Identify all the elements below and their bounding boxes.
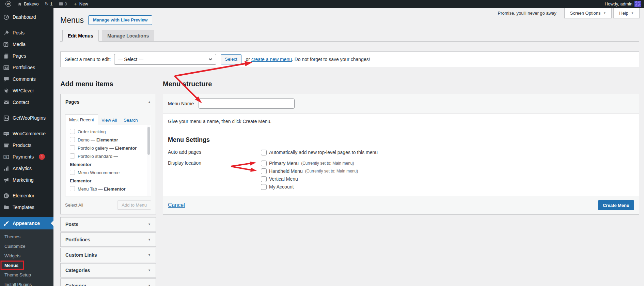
menu-name-input[interactable] [199, 99, 295, 109]
page-checkbox-item[interactable]: Menu Woocommerce — Elementor [65, 169, 151, 185]
sidebar-item-posts[interactable]: Posts [0, 27, 53, 39]
svg-text:WOO: WOO [4, 133, 8, 134]
menu-select-dropdown[interactable]: — Select — [114, 54, 216, 65]
location-handheld-menu[interactable]: Handheld Menu (Currently set to: Main me… [261, 167, 634, 175]
cancel-link[interactable]: Cancel [168, 202, 185, 208]
select-menu-label: Select a menu to edit: [65, 57, 111, 62]
sidebar-item-payments[interactable]: $ Payments 1 [0, 151, 53, 163]
create-menu-button[interactable]: Create Menu [598, 200, 634, 210]
checkbox-icon[interactable] [261, 168, 267, 174]
portfolioes-metabox-header[interactable]: Portfolioes ▼ [61, 233, 156, 246]
pages-icon [3, 52, 10, 59]
page-checkbox-item[interactable]: Portfolio standard — Elementor [65, 152, 151, 169]
sidebar-item-dashboard[interactable]: Dashboard [0, 11, 53, 23]
site-name: Bakevo [24, 1, 38, 6]
checkbox-icon[interactable] [70, 129, 75, 134]
create-menu-hint: or create a new menu. Do not forget to s… [246, 57, 370, 62]
sidebar-item-elementor[interactable]: Elementor [0, 190, 53, 201]
pages-metabox: Pages ▲ Most Recent View All Search Orde… [60, 94, 156, 214]
select-button[interactable]: Select [221, 54, 241, 64]
wp-logo-menu[interactable]: W [2, 0, 14, 8]
sidebar-item-wpclever[interactable]: WPClever [0, 85, 53, 96]
svg-text:$: $ [5, 155, 7, 159]
tab-manage-locations[interactable]: Manage Locations [102, 30, 154, 41]
comments-link[interactable]: 0 [56, 0, 70, 8]
menu-structure-footer: Cancel Create Menu [163, 196, 639, 214]
tab-most-recent[interactable]: Most Recent [65, 115, 98, 125]
sidebar-item-media[interactable]: Media [0, 39, 53, 50]
page-checkbox-item[interactable]: Menu Tab — Elementor [65, 185, 151, 193]
submenu-item-menus[interactable]: Menus [0, 261, 53, 270]
page-checkbox-item[interactable]: Portfolio gallery — Elementor [65, 144, 151, 152]
comments-count: 0 [65, 1, 67, 6]
tab-search[interactable]: Search [120, 115, 141, 125]
checkbox-icon[interactable] [70, 170, 75, 175]
pages-metabox-header[interactable]: Pages ▲ [61, 94, 156, 110]
categories-metabox-header[interactable]: Categories ▼ [61, 264, 156, 277]
submenu-item-widgets[interactable]: Widgets [0, 251, 53, 261]
chevron-down-icon: ▼ [148, 238, 151, 241]
checkbox-icon[interactable] [70, 186, 75, 191]
help-button[interactable]: Help ▼ [613, 8, 640, 18]
checkbox-icon[interactable] [261, 184, 267, 190]
sidebar-item-contact[interactable]: Contact [0, 96, 53, 108]
create-new-menu-link[interactable]: create a new menu [251, 57, 292, 62]
media-icon [3, 41, 10, 48]
checkbox-icon[interactable] [70, 153, 75, 159]
sidebar-item-woocommerce[interactable]: WOO WooCommerce [0, 128, 53, 139]
sidebar-separator [0, 23, 53, 27]
payments-count-badge: 1 [39, 154, 45, 160]
chevron-up-icon: ▲ [148, 100, 151, 104]
sidebar-item-marketing[interactable]: Marketing [0, 174, 53, 186]
checkbox-icon[interactable] [70, 137, 75, 142]
pushpin-icon [3, 29, 10, 36]
select-all-link[interactable]: Select All [65, 202, 83, 208]
sidebar-separator [0, 213, 53, 217]
custom-links-metabox-header[interactable]: Custom Links ▼ [61, 248, 156, 262]
sidebar-item-appearance[interactable]: Appearance [0, 217, 53, 229]
comment-bubble-icon [3, 76, 10, 82]
sidebar-item-products[interactable]: Products [0, 139, 53, 151]
location-my-account[interactable]: My Account [261, 183, 634, 191]
menu-select-panel: Select a menu to edit: — Select — Select… [60, 51, 639, 67]
add-menu-items-heading: Add menu items [60, 79, 156, 88]
location-primary-menu[interactable]: Primary Menu (Currently set to: Main men… [261, 160, 634, 167]
screen-options-button[interactable]: Screen Options ▼ [564, 8, 612, 18]
submenu-item-themes[interactable]: Themes [0, 232, 53, 242]
sidebar-item-portfolioes[interactable]: Portfolioes [0, 62, 53, 73]
checkbox-icon[interactable] [261, 176, 267, 182]
tab-edit-menus[interactable]: Edit Menus [62, 30, 99, 42]
sidebar-item-analytics[interactable]: Analytics [0, 163, 53, 174]
home-icon [17, 2, 22, 6]
menu-structure-column: Menu structure Menu Name Give your menu … [163, 79, 639, 215]
location-vertical-menu[interactable]: Vertical Menu [261, 175, 634, 183]
howdy-account-link[interactable]: Howdy, admin [605, 1, 632, 6]
add-to-menu-button[interactable]: Add to Menu [117, 200, 151, 210]
page-checkbox-item[interactable]: Order tracking [65, 128, 151, 136]
checkbox-icon[interactable] [261, 161, 267, 166]
checkbox-icon[interactable] [261, 150, 267, 155]
page-checkbox-item[interactable]: Demo — Elementor [65, 136, 151, 144]
auto-add-pages-option[interactable]: Automatically add new top-level pages to… [261, 149, 634, 156]
submenu-item-theme-setup[interactable]: Theme Setup [0, 270, 53, 280]
sidebar-item-getwooplugins[interactable]: GetWooPlugins [0, 112, 53, 124]
tab-view-all[interactable]: View All [98, 115, 120, 125]
menu-structure-heading: Menu structure [163, 79, 639, 88]
updates-icon: ↻ [45, 1, 48, 6]
sidebar-item-templates[interactable]: Templates [0, 201, 53, 213]
site-name-link[interactable]: Bakevo [14, 0, 42, 8]
menu-help-text: Give your menu a name, then click Create… [168, 118, 634, 124]
submenu-item-install-plugins[interactable]: Install Plugins [0, 280, 53, 286]
sidebar-item-pages[interactable]: Pages [0, 50, 53, 62]
updates-link[interactable]: ↻ 1 [42, 0, 56, 8]
category-metabox-header[interactable]: Category ▼ [61, 279, 156, 286]
sidebar-item-comments[interactable]: Comments [0, 73, 53, 85]
scrollbar-track[interactable] [147, 125, 151, 196]
menu-structure-body: Give your menu a name, then click Create… [163, 114, 639, 196]
scrollbar-thumb[interactable] [147, 127, 150, 155]
manage-live-preview-button[interactable]: Manage with Live Preview [88, 15, 152, 25]
checkbox-icon[interactable] [70, 145, 75, 150]
posts-metabox-header[interactable]: Posts ▼ [61, 217, 156, 231]
new-content-link[interactable]: ＋ New [70, 0, 91, 8]
submenu-item-customize[interactable]: Customize [0, 242, 53, 251]
